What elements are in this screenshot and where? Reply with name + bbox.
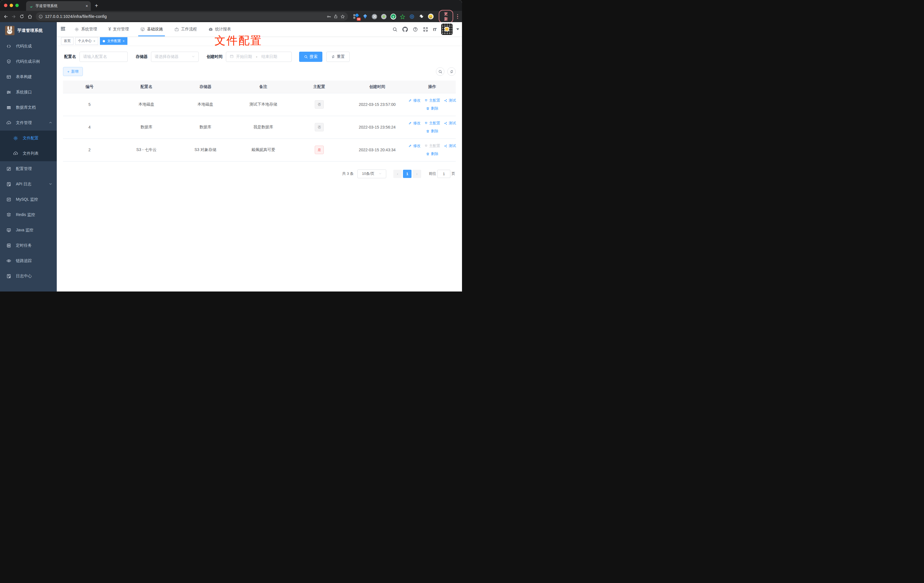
search-icon[interactable] bbox=[392, 27, 398, 32]
filter-form: 配置名 请输入配置名 存储器 请选择存储器 创建时间 开始日期 - 结束日期 bbox=[64, 52, 456, 62]
delete-action[interactable]: 删除 bbox=[426, 129, 438, 134]
sidebar-item-redis-monitor[interactable]: Redis 监控 bbox=[0, 207, 57, 223]
extension-y-icon[interactable]: y bbox=[391, 13, 396, 19]
sidebar-item-form-builder[interactable]: 表单构建 bbox=[0, 69, 57, 84]
forward-icon[interactable] bbox=[10, 13, 17, 20]
config-name-input[interactable]: 请输入配置名 bbox=[79, 52, 128, 62]
extension-command-icon[interactable]: ⌘ bbox=[372, 13, 378, 19]
zoom-window-button[interactable] bbox=[15, 4, 19, 7]
master-action[interactable]: 主配置 bbox=[424, 121, 440, 126]
extension-puzzle-icon[interactable] bbox=[419, 13, 424, 19]
address-bar[interactable]: 127.0.0.1:1024/infra/file/file-config bbox=[36, 12, 348, 21]
prev-page-button[interactable]: ‹ bbox=[393, 170, 402, 178]
master-action-disabled[interactable]: 主配置 bbox=[424, 143, 440, 149]
close-icon[interactable]: × bbox=[122, 40, 125, 43]
page-content: 配置名 请输入配置名 存储器 请选择存储器 创建时间 开始日期 - 结束日期 bbox=[57, 46, 462, 292]
favicon-sprout-icon bbox=[29, 4, 33, 8]
extension-eye-icon[interactable] bbox=[409, 13, 415, 19]
sidebar-item-api-log[interactable]: API 日志 bbox=[0, 177, 57, 192]
code-icon bbox=[6, 44, 12, 49]
cell-name: 本地磁盘 bbox=[116, 93, 177, 116]
yen-icon: ¥ bbox=[109, 27, 111, 31]
sidebar-item-config-manage[interactable]: 配置管理 bbox=[0, 161, 57, 177]
add-button[interactable]: + 新增 bbox=[63, 67, 83, 76]
url-text[interactable]: 127.0.0.1:1024/infra/file/file-config bbox=[45, 14, 324, 19]
storage-select[interactable]: 请选择存储器 bbox=[151, 52, 199, 62]
page-size-select[interactable]: 10条/页 bbox=[357, 170, 386, 178]
sidebar-item-log-center[interactable]: 日志中心 bbox=[0, 269, 57, 284]
sidebar-item-mysql-monitor[interactable]: MySQL 监控 bbox=[0, 192, 57, 207]
key-icon[interactable] bbox=[326, 14, 331, 19]
extension-emoji-icon[interactable] bbox=[428, 13, 434, 19]
browser-menu-icon[interactable] bbox=[457, 14, 458, 19]
pencil-icon bbox=[408, 122, 412, 125]
extension-gem-icon[interactable] bbox=[362, 13, 368, 19]
extension-star-icon[interactable] bbox=[400, 13, 406, 19]
share-icon[interactable] bbox=[333, 14, 338, 19]
nav-item-infra[interactable]: 基础设施 bbox=[137, 22, 167, 36]
reset-button[interactable]: 重置 bbox=[326, 52, 350, 62]
bookmark-star-icon[interactable] bbox=[340, 14, 345, 19]
nav-item-pay[interactable]: ¥ 支付管理 bbox=[105, 22, 132, 36]
reload-icon[interactable] bbox=[18, 13, 25, 20]
extensions-row: 11 ⌘ y bbox=[353, 13, 434, 19]
home-icon[interactable] bbox=[26, 13, 33, 20]
master-action[interactable]: 主配置 bbox=[424, 98, 440, 103]
master-tag: 是 bbox=[315, 145, 324, 154]
edit-action[interactable]: 修改 bbox=[408, 143, 421, 149]
search-button[interactable]: 搜索 bbox=[299, 52, 322, 62]
site-info-icon[interactable] bbox=[39, 15, 43, 19]
date-start-placeholder: 开始日期 bbox=[236, 54, 252, 59]
next-page-button[interactable]: › bbox=[412, 170, 421, 178]
font-size-icon[interactable]: tT bbox=[433, 27, 436, 32]
sidebar-item-file-list[interactable]: 文件列表 bbox=[0, 146, 57, 161]
sidebar-collapse-icon[interactable] bbox=[60, 26, 66, 33]
tag-profile[interactable]: 个人中心× bbox=[75, 37, 98, 45]
test-action[interactable]: 测试 bbox=[444, 143, 456, 149]
caret-down-icon[interactable] bbox=[456, 28, 459, 30]
goto-page-input[interactable] bbox=[437, 170, 450, 178]
browser-tab[interactable]: 芋道管理系统 × bbox=[26, 1, 91, 11]
edit-action[interactable]: 修改 bbox=[408, 98, 421, 103]
avatar[interactable] bbox=[441, 23, 453, 35]
test-action[interactable]: 测试 bbox=[444, 121, 456, 126]
back-icon[interactable] bbox=[2, 13, 9, 20]
fullscreen-icon[interactable] bbox=[423, 27, 428, 32]
sidebar-logo[interactable]: 芋道管理系统 bbox=[0, 22, 57, 39]
extension-tampermonkey-icon[interactable]: 11 bbox=[353, 13, 359, 19]
nav-item-system[interactable]: 系统管理 bbox=[71, 22, 101, 36]
delete-action[interactable]: 删除 bbox=[426, 106, 438, 111]
close-icon[interactable]: × bbox=[93, 40, 95, 43]
sidebar-item-cron-job[interactable]: 定时任务 bbox=[0, 238, 57, 253]
refresh-table-button[interactable] bbox=[447, 67, 456, 76]
cell-remark: 我是数据库 bbox=[234, 116, 293, 139]
sidebar-item-code-demo[interactable]: 代码生成示例 bbox=[0, 54, 57, 69]
help-icon[interactable] bbox=[412, 27, 418, 32]
sidebar-item-db-doc[interactable]: 数据库文档 bbox=[0, 100, 57, 115]
nav-item-workflow[interactable]: 工作流程 bbox=[170, 22, 201, 36]
minimize-window-button[interactable] bbox=[10, 4, 13, 7]
cell-storage: 数据库 bbox=[177, 116, 234, 139]
new-tab-button[interactable]: + bbox=[95, 3, 98, 9]
github-icon[interactable] bbox=[403, 27, 408, 32]
edit-action[interactable]: 修改 bbox=[408, 121, 421, 126]
nav-item-report[interactable]: 统计报表 bbox=[205, 22, 235, 36]
tag-file-config[interactable]: 文件配置× bbox=[100, 37, 127, 45]
header-menu: 系统管理 ¥ 支付管理 基础设施 工作流程 bbox=[69, 22, 237, 36]
date-range-picker[interactable]: 开始日期 - 结束日期 bbox=[226, 52, 292, 62]
sidebar-item-file-manage[interactable]: 文件管理 bbox=[0, 115, 57, 130]
sidebar-item-file-config[interactable]: 文件配置 bbox=[0, 130, 57, 146]
sidebar-item-code-gen[interactable]: 代码生成 bbox=[0, 39, 57, 54]
test-action[interactable]: 测试 bbox=[444, 98, 456, 103]
show-search-button[interactable] bbox=[436, 67, 444, 76]
tag-home[interactable]: 首页 bbox=[61, 37, 74, 45]
sidebar-item-trace[interactable]: 链路追踪 bbox=[0, 253, 57, 269]
close-window-button[interactable] bbox=[4, 4, 7, 7]
extension-dot-icon[interactable] bbox=[381, 13, 387, 19]
sidebar-item-java-monitor[interactable]: Java 监控 bbox=[0, 223, 57, 238]
browser-update-button[interactable]: 更新 bbox=[439, 10, 453, 23]
page-1-button[interactable]: 1 bbox=[403, 170, 411, 178]
sidebar-item-system-api[interactable]: 系统接口 bbox=[0, 84, 57, 100]
tab-close-icon[interactable]: × bbox=[86, 4, 88, 8]
delete-action[interactable]: 删除 bbox=[426, 151, 438, 156]
